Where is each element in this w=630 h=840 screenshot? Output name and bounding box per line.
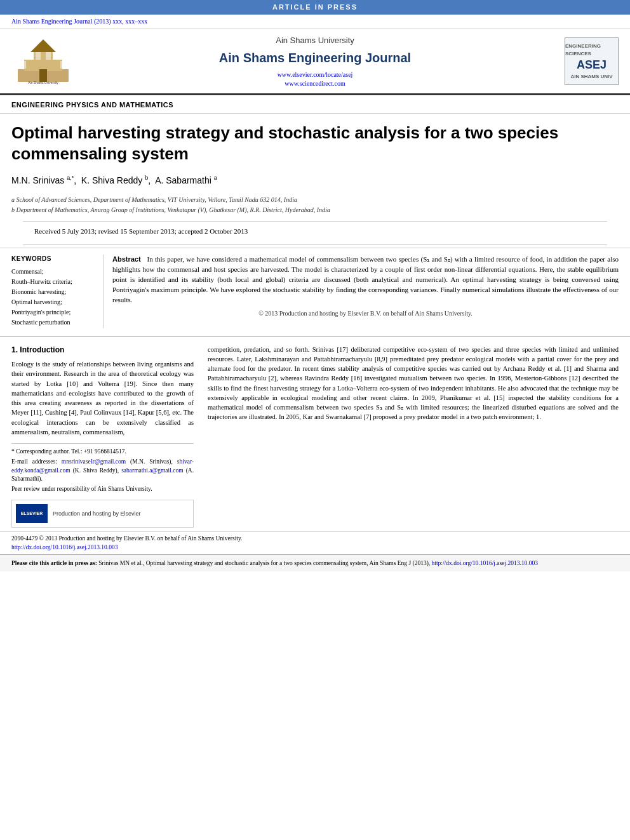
abstract-copyright: © 2013 Production and hosting by Elsevie… — [112, 309, 619, 318]
abstract-column: Abstract In this paper, we have consider… — [112, 255, 619, 328]
email2-person: (K. Shiva Reddy), — [73, 467, 119, 474]
asej-logo: ENGINEERING SCIENCES ASEJ AIN SHAMS UNIV — [565, 37, 619, 85]
abstract-label: Abstract — [112, 255, 141, 263]
asej-logo-container: ENGINEERING SCIENCES ASEJ AIN SHAMS UNIV — [549, 37, 619, 85]
citation-doi[interactable]: http://dx.doi.org/10.1016/j.asej.2013.10… — [432, 560, 538, 566]
footnote-corresponding: * Corresponding author. Tel.: +91 956681… — [11, 448, 194, 456]
abstract-body: In this paper, we have considered a math… — [112, 255, 619, 303]
keyword-4: Optimal harvesting; — [11, 298, 97, 307]
journal-header: Ain Shams University Ain Shams Universit… — [0, 29, 630, 95]
keywords-title: KEYWORDS — [11, 255, 97, 263]
affiliations: a School of Advanced Sciences, Departmen… — [0, 190, 630, 218]
email3-link[interactable]: sabarmathi.a@gmail.com — [121, 467, 183, 474]
email1-link[interactable]: mnsrinivaseIr@gmail.com — [62, 458, 126, 465]
author1-sup: a,* — [67, 175, 74, 181]
journal-link-bar: Ain Shams Engineering Journal (2013) xxx… — [0, 15, 630, 29]
svg-rect-8 — [46, 52, 51, 60]
citation-label: Please cite this article in press as: — [11, 560, 97, 566]
article-in-press-banner: ARTICLE IN PRESS — [0, 0, 630, 15]
intro-paragraph-left: Ecology is the study of relationships be… — [11, 359, 194, 437]
abstract-text: Abstract In this paper, we have consider… — [112, 255, 619, 305]
keyword-6: Stochastic perturbation — [11, 318, 97, 327]
left-column: 1. Introduction Ecology is the study of … — [11, 337, 199, 528]
keyword-5: Pontriyagin's principle; — [11, 308, 97, 317]
intro-paragraph-right: competition, predation, and so forth. Sr… — [208, 345, 619, 422]
svg-rect-4 — [39, 69, 47, 82]
citation-text: Srinivas MN et al., Optimal harvesting s… — [98, 560, 430, 566]
footnote-section: * Corresponding author. Tel.: +91 956681… — [11, 443, 194, 493]
article-title: Optimal harvesting strategy and stochast… — [0, 114, 630, 171]
email-label: E-mail addresses: — [11, 458, 57, 465]
bottom-issn: 2090-4479 © 2013 Production and hosting … — [11, 535, 619, 543]
svg-text:Ain Shams University: Ain Shams University — [28, 81, 58, 84]
right-column: competition, predation, and so forth. Sr… — [208, 337, 619, 528]
journal-url1[interactable]: www.elsevier.com/locate/asej — [81, 70, 549, 79]
affiliation-b: b Department of Mathematics, Anurag Grou… — [11, 206, 619, 215]
journal-name: Ain Shams Engineering Journal — [81, 49, 549, 67]
author2-sup: b — [145, 175, 148, 181]
authors-line: M.N. Srinivas a,*, K. Shiva Reddy b, A. … — [0, 170, 630, 190]
author3-sup: a — [214, 175, 217, 181]
university-name: Ain Shams University — [81, 35, 549, 46]
footnote-peer-review: Peer review under responsibility of Ain … — [11, 485, 194, 493]
affiliation-a: a School of Advanced Sciences, Departmen… — [11, 196, 619, 204]
keyword-2: Routh–Hurwitz criteria; — [11, 277, 97, 286]
journal-urls: www.elsevier.com/locate/asej www.science… — [81, 70, 549, 88]
header-center: Ain Shams University Ain Shams Engineeri… — [81, 35, 549, 88]
main-content: 1. Introduction Ecology is the study of … — [0, 336, 630, 528]
university-logo: Ain Shams University — [11, 34, 81, 88]
svg-marker-3 — [30, 39, 56, 52]
author2-name: K. Shiva Reddy — [81, 175, 143, 185]
abstract-section: KEYWORDS Commensal; Routh–Hurwitz criter… — [0, 248, 630, 335]
keyword-3: Bionomic harvesting; — [11, 288, 97, 297]
keyword-1: Commensal; — [11, 267, 97, 276]
elsevier-text: Production and hosting by Elsevier — [53, 510, 141, 518]
received-dates: Received 5 July 2013; revised 15 Septemb… — [23, 221, 607, 244]
email1-person: (M.N. Srinivas), — [130, 458, 173, 465]
section1-heading: 1. Introduction — [11, 345, 194, 356]
svg-rect-6 — [60, 61, 65, 69]
citation-box: Please cite this article in press as: Sr… — [0, 554, 630, 571]
footnote-email: E-mail addresses: mnsrinivaseIr@gmail.co… — [11, 458, 194, 483]
svg-rect-5 — [21, 61, 26, 69]
author1-name: M.N. Srinivas — [11, 175, 64, 185]
university-logo-svg: Ain Shams University — [11, 34, 75, 85]
section-label: ENGINEERING PHYSICS AND MATHEMATICS — [0, 95, 630, 113]
bottom-doi[interactable]: http://dx.doi.org/10.1016/j.asej.2013.10… — [11, 543, 619, 552]
journal-url2[interactable]: www.sciencedirect.com — [81, 79, 549, 88]
elsevier-logo: ELSEVIER — [16, 504, 48, 523]
author3-name: A. Sabarmathi — [155, 175, 211, 185]
bottom-copyright: 2090-4479 © 2013 Production and hosting … — [0, 531, 630, 554]
keywords-column: KEYWORDS Commensal; Routh–Hurwitz criter… — [11, 255, 104, 328]
svg-rect-7 — [36, 52, 41, 60]
elsevier-box: ELSEVIER Production and hosting by Elsev… — [11, 500, 194, 528]
